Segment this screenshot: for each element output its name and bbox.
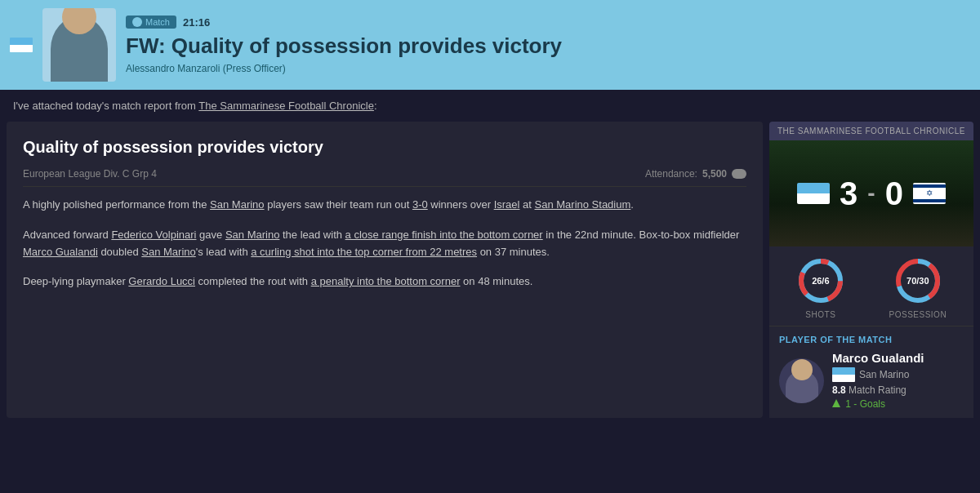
article-title: Quality of possession provides victory xyxy=(23,138,746,157)
header-meta: Match 21:16 xyxy=(126,16,970,29)
attendance-label: Attendance: xyxy=(645,168,697,180)
possession-donut: 70/30 xyxy=(893,256,942,305)
author-name: Alessandro Manzaroli xyxy=(126,63,220,74)
possession-label: POSSESSION xyxy=(889,310,947,319)
article-meta: European League Div. C Grp 4 Attendance:… xyxy=(23,168,746,187)
match-time: 21:16 xyxy=(183,16,210,29)
shots-donut: 26/6 xyxy=(796,256,845,305)
score-separator: - xyxy=(867,180,875,207)
possession-value: 70/30 xyxy=(893,256,942,305)
intro-after: : xyxy=(374,100,377,112)
article-paragraph-2: Advanced forward Federico Volpinari gave… xyxy=(23,227,746,261)
potm-nation-name: San Marino xyxy=(859,369,909,380)
intro-source-link[interactable]: The Sammarinese Football Chronicle xyxy=(198,100,374,112)
article-paragraph-1: A highly polished performance from the S… xyxy=(23,197,746,214)
article-body: A highly polished performance from the S… xyxy=(23,197,746,291)
shots-label: SHOTS xyxy=(805,310,835,319)
attendance: Attendance: 5,500 xyxy=(645,168,746,180)
header-title: FW: Quality of possession provides victo… xyxy=(126,33,970,59)
potm-rating-label: Match Rating xyxy=(849,384,906,396)
right-sidebar: THE SAMMARINESE FOOTBALL CHRONICLE 3 - 0… xyxy=(769,122,973,418)
potm-rating-value: 8.8 xyxy=(832,384,846,396)
shots-stat: 26/6 SHOTS xyxy=(796,256,845,319)
league-name: European League Div. C Grp 4 xyxy=(23,168,157,180)
home-flag xyxy=(797,183,830,204)
attendance-value: 5,500 xyxy=(702,168,727,180)
header-content: Match 21:16 FW: Quality of possession pr… xyxy=(126,16,970,73)
intro-before: I've attached today's match report from xyxy=(13,100,196,112)
potm-nation: San Marino xyxy=(832,367,964,382)
chronicle-header: THE SAMMARINESE FOOTBALL CHRONICLE xyxy=(769,122,973,140)
score-content: 3 - 0 ✡ xyxy=(797,175,946,212)
potm-goals: 1 - Goals xyxy=(832,398,964,410)
avatar xyxy=(42,8,116,82)
possession-stat: 70/30 POSSESSION xyxy=(889,256,947,319)
potm-card: PLAYER OF THE MATCH Marco Gualandi San M… xyxy=(769,326,973,418)
potm-flag xyxy=(832,367,855,382)
goal-icon xyxy=(832,399,840,407)
main-content: Quality of possession provides victory E… xyxy=(0,122,980,418)
article-paragraph-3: Deep-lying playmaker Gerardo Lucci compl… xyxy=(23,273,746,291)
away-score: 0 xyxy=(885,175,903,212)
score-card: 3 - 0 ✡ xyxy=(769,140,973,246)
match-badge: Match xyxy=(126,16,176,29)
away-flag: ✡ xyxy=(913,183,946,204)
article-panel: Quality of possession provides victory E… xyxy=(7,122,763,418)
match-badge-icon xyxy=(132,17,142,27)
shots-value: 26/6 xyxy=(796,256,845,305)
potm-name: Marco Gualandi xyxy=(832,351,964,365)
potm-info: Marco Gualandi San Marino 8.8 Match Rati… xyxy=(832,351,964,410)
header-bar: Match 21:16 FW: Quality of possession pr… xyxy=(0,0,980,90)
match-badge-label: Match xyxy=(145,17,170,27)
home-score: 3 xyxy=(840,175,858,212)
author-role: (Press Officer) xyxy=(223,63,286,74)
weather-icon xyxy=(732,169,746,179)
potm-label: PLAYER OF THE MATCH xyxy=(779,335,964,344)
san-marino-flag-small xyxy=(10,38,33,52)
potm-avatar xyxy=(779,358,824,403)
header-subtitle: Alessandro Manzaroli (Press Officer) xyxy=(126,63,970,74)
potm-rating: 8.8 Match Rating xyxy=(832,384,964,396)
intro-text: I've attached today's match report from … xyxy=(0,90,980,122)
potm-goals-label: 1 - Goals xyxy=(845,398,885,410)
stats-row: 26/6 SHOTS 70/30 POSSESSION xyxy=(769,246,973,326)
potm-content: Marco Gualandi San Marino 8.8 Match Rati… xyxy=(779,351,964,410)
